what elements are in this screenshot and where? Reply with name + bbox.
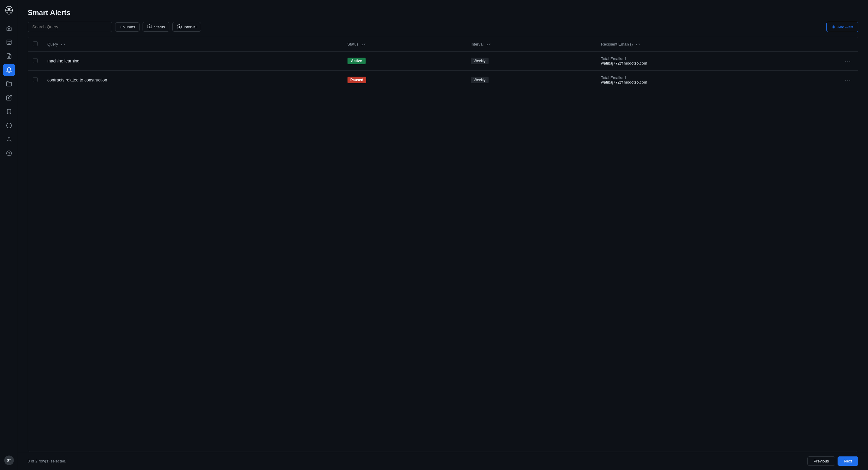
row-status: Active bbox=[343, 52, 466, 70]
sidebar-item-help[interactable] bbox=[3, 147, 15, 159]
pagination-nav: Previous Next bbox=[807, 457, 858, 466]
row-query: machine learning bbox=[42, 52, 343, 70]
row-more-button[interactable]: ⋯ bbox=[842, 76, 853, 84]
sidebar-item-documents[interactable] bbox=[3, 50, 15, 62]
table-scroll-area: Query ▲▼ Status ▲▼ Interval ▲▼ Recipie bbox=[28, 37, 858, 451]
selection-status: 0 of 2 row(s) selected. bbox=[28, 459, 66, 463]
sidebar-item-ai[interactable] bbox=[3, 36, 15, 48]
status-plus-icon: ＋ bbox=[147, 24, 152, 29]
user-avatar[interactable]: ST bbox=[4, 456, 14, 465]
previous-button[interactable]: Previous bbox=[807, 457, 835, 466]
interval-badge: Weekly bbox=[471, 58, 489, 64]
row-checkbox[interactable] bbox=[33, 58, 38, 63]
svg-rect-4 bbox=[7, 40, 11, 45]
table-row: contracts related to construction Paused… bbox=[28, 70, 858, 90]
th-interval[interactable]: Interval ▲▼ bbox=[466, 37, 596, 52]
row-checkbox-cell bbox=[28, 70, 42, 90]
sidebar-item-folders[interactable] bbox=[3, 78, 15, 90]
interval-filter-button[interactable]: ＋ Interval bbox=[173, 22, 201, 32]
row-checkbox[interactable] bbox=[33, 77, 38, 82]
row-checkbox-cell bbox=[28, 52, 42, 70]
alerts-table-container: Query ▲▼ Status ▲▼ Interval ▲▼ Recipie bbox=[28, 37, 858, 452]
table-body: machine learning Active Weekly Total Ema… bbox=[28, 52, 858, 90]
status-filter-button[interactable]: ＋ Status bbox=[143, 22, 169, 32]
sidebar-item-edit[interactable] bbox=[3, 92, 15, 104]
svg-point-12 bbox=[8, 137, 10, 139]
sidebar-item-home[interactable] bbox=[3, 22, 15, 34]
search-input[interactable] bbox=[28, 22, 112, 32]
status-badge: Active bbox=[347, 58, 366, 64]
th-recipient-label: Recipient Email(s) bbox=[601, 42, 632, 47]
svg-point-6 bbox=[9, 41, 10, 42]
columns-button[interactable]: Columns bbox=[115, 22, 140, 32]
sidebar-item-user[interactable] bbox=[3, 133, 15, 145]
total-emails-label: Total Emails: 1 bbox=[601, 56, 833, 61]
status-label: Status bbox=[154, 25, 165, 29]
page-title: Smart Alerts bbox=[28, 8, 858, 17]
row-more-button[interactable]: ⋯ bbox=[842, 57, 853, 65]
svg-point-5 bbox=[7, 41, 8, 42]
th-query[interactable]: Query ▲▼ bbox=[42, 37, 343, 52]
email-address: watibaj772@modotso.com bbox=[601, 80, 833, 85]
table-footer: 0 of 2 row(s) selected. Previous Next bbox=[18, 452, 868, 470]
row-interval: Weekly bbox=[466, 70, 596, 90]
th-status[interactable]: Status ▲▼ bbox=[343, 37, 466, 52]
th-query-label: Query bbox=[47, 42, 58, 47]
recipient-sort-icon: ▲▼ bbox=[635, 43, 641, 46]
table-row: machine learning Active Weekly Total Ema… bbox=[28, 52, 858, 70]
th-status-label: Status bbox=[347, 42, 359, 47]
columns-label: Columns bbox=[120, 25, 135, 29]
add-alert-label: Add Alert bbox=[837, 25, 853, 29]
interval-sort-icon: ▲▼ bbox=[486, 43, 491, 46]
sidebar-item-bookmarks[interactable] bbox=[3, 106, 15, 118]
select-all-checkbox[interactable] bbox=[33, 41, 38, 46]
svg-point-13 bbox=[6, 151, 11, 156]
total-emails-label: Total Emails: 1 bbox=[601, 76, 833, 80]
interval-plus-icon: ＋ bbox=[177, 24, 182, 29]
row-actions-cell: ⋯ bbox=[838, 52, 858, 70]
th-interval-label: Interval bbox=[471, 42, 484, 47]
toolbar: Columns ＋ Status ＋ Interval ⊕ Add Alert bbox=[18, 22, 868, 37]
status-badge: Paused bbox=[347, 77, 367, 83]
next-button[interactable]: Next bbox=[838, 457, 858, 466]
query-sort-icon: ▲▼ bbox=[60, 43, 66, 46]
row-email-cell: Total Emails: 1 watibaj772@modotso.com bbox=[596, 70, 838, 90]
row-query: contracts related to construction bbox=[42, 70, 343, 90]
row-email-cell: Total Emails: 1 watibaj772@modotso.com bbox=[596, 52, 838, 70]
app-logo bbox=[4, 5, 14, 16]
page-header: Smart Alerts bbox=[18, 0, 868, 22]
sidebar-item-analytics[interactable] bbox=[3, 119, 15, 131]
alerts-table: Query ▲▼ Status ▲▼ Interval ▲▼ Recipie bbox=[28, 37, 858, 89]
interval-badge: Weekly bbox=[471, 77, 489, 83]
add-alert-button[interactable]: ⊕ Add Alert bbox=[827, 22, 858, 32]
add-alert-plus-icon: ⊕ bbox=[832, 24, 835, 30]
select-all-cell bbox=[28, 37, 42, 52]
sidebar: ST bbox=[0, 0, 18, 470]
sidebar-item-alerts[interactable] bbox=[3, 64, 15, 76]
row-actions-cell: ⋯ bbox=[838, 70, 858, 90]
row-interval: Weekly bbox=[466, 52, 596, 70]
th-actions bbox=[838, 37, 858, 52]
row-status: Paused bbox=[343, 70, 466, 90]
main-content: Smart Alerts Columns ＋ Status ＋ Interval… bbox=[18, 0, 868, 470]
status-sort-icon: ▲▼ bbox=[361, 43, 366, 46]
th-recipient-emails[interactable]: Recipient Email(s) ▲▼ bbox=[596, 37, 838, 52]
interval-label: Interval bbox=[184, 25, 196, 29]
table-header: Query ▲▼ Status ▲▼ Interval ▲▼ Recipie bbox=[28, 37, 858, 52]
email-address: watibaj772@modotso.com bbox=[601, 61, 833, 65]
